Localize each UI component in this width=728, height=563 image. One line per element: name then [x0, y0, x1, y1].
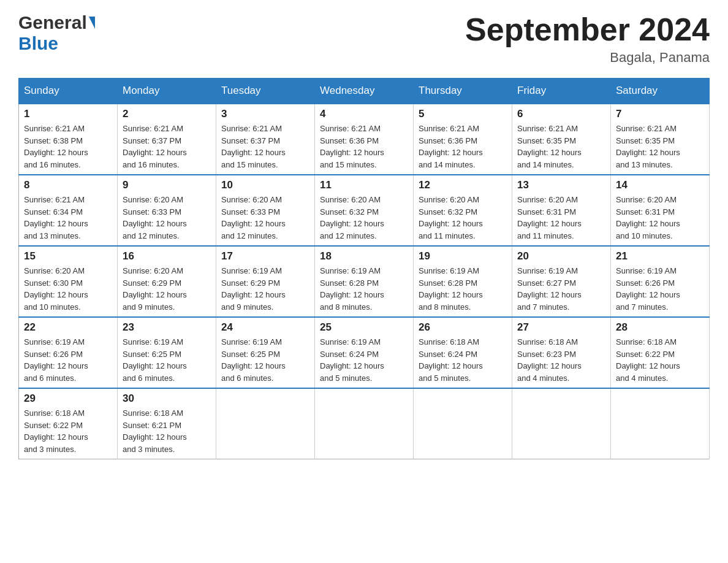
- calendar-cell: 20 Sunrise: 6:19 AM Sunset: 6:27 PM Dayl…: [512, 246, 611, 317]
- calendar-cell: 28 Sunrise: 6:18 AM Sunset: 6:22 PM Dayl…: [611, 317, 710, 388]
- calendar-cell: 7 Sunrise: 6:21 AM Sunset: 6:35 PM Dayli…: [611, 104, 710, 175]
- calendar-cell: 11 Sunrise: 6:20 AM Sunset: 6:32 PM Dayl…: [315, 175, 414, 246]
- day-info: Sunrise: 6:19 AM Sunset: 6:29 PM Dayligh…: [221, 265, 309, 313]
- header-thursday: Thursday: [414, 79, 512, 104]
- calendar-cell: 8 Sunrise: 6:21 AM Sunset: 6:34 PM Dayli…: [19, 175, 118, 246]
- day-info: Sunrise: 6:21 AM Sunset: 6:36 PM Dayligh…: [419, 123, 507, 170]
- day-number: 11: [320, 179, 408, 191]
- day-number: 8: [24, 179, 112, 191]
- day-number: 2: [123, 108, 211, 120]
- day-number: 10: [221, 179, 309, 191]
- day-info: Sunrise: 6:21 AM Sunset: 6:35 PM Dayligh…: [517, 123, 605, 170]
- day-number: 29: [24, 393, 112, 405]
- calendar-cell: 23 Sunrise: 6:19 AM Sunset: 6:25 PM Dayl…: [118, 317, 216, 388]
- calendar-table: Sunday Monday Tuesday Wednesday Thursday…: [18, 78, 710, 459]
- day-info: Sunrise: 6:18 AM Sunset: 6:24 PM Dayligh…: [419, 336, 507, 384]
- calendar-cell: 1 Sunrise: 6:21 AM Sunset: 6:38 PM Dayli…: [19, 104, 118, 175]
- calendar-cell: 5 Sunrise: 6:21 AM Sunset: 6:36 PM Dayli…: [414, 104, 512, 175]
- day-number: 24: [221, 321, 309, 334]
- day-number: 5: [419, 108, 507, 120]
- day-number: 19: [419, 250, 507, 262]
- header-wednesday: Wednesday: [315, 79, 414, 104]
- calendar-cell: 19 Sunrise: 6:19 AM Sunset: 6:28 PM Dayl…: [414, 246, 512, 317]
- day-info: Sunrise: 6:18 AM Sunset: 6:23 PM Dayligh…: [517, 336, 605, 384]
- calendar-cell: 10 Sunrise: 6:20 AM Sunset: 6:33 PM Dayl…: [216, 175, 315, 246]
- day-info: Sunrise: 6:19 AM Sunset: 6:28 PM Dayligh…: [320, 265, 408, 313]
- day-number: 21: [616, 250, 704, 262]
- day-info: Sunrise: 6:21 AM Sunset: 6:38 PM Dayligh…: [24, 123, 112, 170]
- calendar-cell: 21 Sunrise: 6:19 AM Sunset: 6:26 PM Dayl…: [611, 246, 710, 317]
- header-friday: Friday: [512, 79, 611, 104]
- day-info: Sunrise: 6:20 AM Sunset: 6:30 PM Dayligh…: [24, 265, 112, 313]
- day-number: 9: [123, 179, 211, 191]
- day-number: 30: [123, 393, 211, 405]
- calendar-cell: 17 Sunrise: 6:19 AM Sunset: 6:29 PM Dayl…: [216, 246, 315, 317]
- day-info: Sunrise: 6:20 AM Sunset: 6:33 PM Dayligh…: [221, 194, 309, 242]
- day-info: Sunrise: 6:20 AM Sunset: 6:31 PM Dayligh…: [616, 194, 704, 242]
- calendar-cell: 27 Sunrise: 6:18 AM Sunset: 6:23 PM Dayl…: [512, 317, 611, 388]
- day-number: 15: [24, 250, 112, 262]
- calendar-cell: 6 Sunrise: 6:21 AM Sunset: 6:35 PM Dayli…: [512, 104, 611, 175]
- week-row-2: 8 Sunrise: 6:21 AM Sunset: 6:34 PM Dayli…: [19, 175, 710, 246]
- header-sunday: Sunday: [19, 79, 118, 104]
- day-info: Sunrise: 6:21 AM Sunset: 6:37 PM Dayligh…: [123, 123, 211, 170]
- day-number: 12: [419, 179, 507, 191]
- week-row-3: 15 Sunrise: 6:20 AM Sunset: 6:30 PM Dayl…: [19, 246, 710, 317]
- calendar-cell: 3 Sunrise: 6:21 AM Sunset: 6:37 PM Dayli…: [216, 104, 315, 175]
- calendar-cell: [512, 388, 611, 459]
- day-info: Sunrise: 6:19 AM Sunset: 6:26 PM Dayligh…: [616, 265, 704, 313]
- day-number: 22: [24, 321, 112, 334]
- day-info: Sunrise: 6:19 AM Sunset: 6:28 PM Dayligh…: [419, 265, 507, 313]
- day-info: Sunrise: 6:21 AM Sunset: 6:37 PM Dayligh…: [221, 123, 309, 170]
- calendar-cell: 29 Sunrise: 6:18 AM Sunset: 6:22 PM Dayl…: [19, 388, 118, 459]
- day-number: 18: [320, 250, 408, 262]
- week-row-5: 29 Sunrise: 6:18 AM Sunset: 6:22 PM Dayl…: [19, 388, 710, 459]
- day-number: 20: [517, 250, 605, 262]
- calendar-cell: 14 Sunrise: 6:20 AM Sunset: 6:31 PM Dayl…: [611, 175, 710, 246]
- day-number: 7: [616, 108, 704, 120]
- day-info: Sunrise: 6:20 AM Sunset: 6:32 PM Dayligh…: [320, 194, 408, 242]
- day-number: 4: [320, 108, 408, 120]
- day-number: 26: [419, 321, 507, 334]
- day-number: 27: [517, 321, 605, 334]
- day-number: 13: [517, 179, 605, 191]
- page-header: General Blue September 2024 Bagala, Pana…: [18, 12, 710, 66]
- calendar-cell: 4 Sunrise: 6:21 AM Sunset: 6:36 PM Dayli…: [315, 104, 414, 175]
- day-info: Sunrise: 6:19 AM Sunset: 6:24 PM Dayligh…: [320, 336, 408, 384]
- location: Bagala, Panama: [465, 50, 710, 66]
- week-row-1: 1 Sunrise: 6:21 AM Sunset: 6:38 PM Dayli…: [19, 104, 710, 175]
- day-number: 16: [123, 250, 211, 262]
- day-number: 14: [616, 179, 704, 191]
- day-info: Sunrise: 6:18 AM Sunset: 6:22 PM Dayligh…: [24, 407, 112, 455]
- week-row-4: 22 Sunrise: 6:19 AM Sunset: 6:26 PM Dayl…: [19, 317, 710, 388]
- day-number: 17: [221, 250, 309, 262]
- day-info: Sunrise: 6:19 AM Sunset: 6:25 PM Dayligh…: [221, 336, 309, 384]
- header-tuesday: Tuesday: [216, 79, 315, 104]
- day-number: 6: [517, 108, 605, 120]
- day-number: 28: [616, 321, 704, 334]
- header-monday: Monday: [118, 79, 216, 104]
- day-info: Sunrise: 6:20 AM Sunset: 6:33 PM Dayligh…: [123, 194, 211, 242]
- logo-triangle-icon: [89, 17, 95, 29]
- header-saturday: Saturday: [611, 79, 710, 104]
- calendar-cell: 16 Sunrise: 6:20 AM Sunset: 6:29 PM Dayl…: [118, 246, 216, 317]
- day-info: Sunrise: 6:21 AM Sunset: 6:36 PM Dayligh…: [320, 123, 408, 170]
- day-number: 3: [221, 108, 309, 120]
- day-info: Sunrise: 6:20 AM Sunset: 6:31 PM Dayligh…: [517, 194, 605, 242]
- day-info: Sunrise: 6:19 AM Sunset: 6:27 PM Dayligh…: [517, 265, 605, 313]
- day-info: Sunrise: 6:20 AM Sunset: 6:29 PM Dayligh…: [123, 265, 211, 313]
- calendar-cell: 9 Sunrise: 6:20 AM Sunset: 6:33 PM Dayli…: [118, 175, 216, 246]
- day-info: Sunrise: 6:21 AM Sunset: 6:35 PM Dayligh…: [616, 123, 704, 170]
- logo-general-text: General: [18, 12, 87, 33]
- calendar-cell: 2 Sunrise: 6:21 AM Sunset: 6:37 PM Dayli…: [118, 104, 216, 175]
- calendar-cell: 18 Sunrise: 6:19 AM Sunset: 6:28 PM Dayl…: [315, 246, 414, 317]
- calendar-cell: [611, 388, 710, 459]
- day-number: 23: [123, 321, 211, 334]
- day-info: Sunrise: 6:21 AM Sunset: 6:34 PM Dayligh…: [24, 194, 112, 242]
- calendar-cell: 22 Sunrise: 6:19 AM Sunset: 6:26 PM Dayl…: [19, 317, 118, 388]
- calendar-cell: 30 Sunrise: 6:18 AM Sunset: 6:21 PM Dayl…: [118, 388, 216, 459]
- calendar-cell: 15 Sunrise: 6:20 AM Sunset: 6:30 PM Dayl…: [19, 246, 118, 317]
- day-info: Sunrise: 6:19 AM Sunset: 6:25 PM Dayligh…: [123, 336, 211, 384]
- calendar-cell: 13 Sunrise: 6:20 AM Sunset: 6:31 PM Dayl…: [512, 175, 611, 246]
- logo-blue-text: Blue: [18, 33, 58, 53]
